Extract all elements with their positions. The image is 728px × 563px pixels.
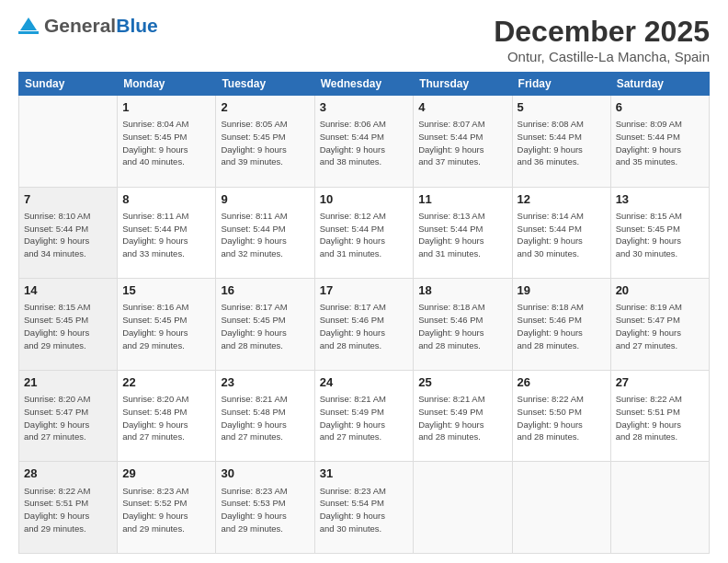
day-header-row: SundayMondayTuesdayWednesdayThursdayFrid… bbox=[19, 73, 710, 96]
day-cell: 11Sunrise: 8:13 AM Sunset: 5:44 PM Dayli… bbox=[414, 187, 512, 279]
day-info: Sunrise: 8:22 AM Sunset: 5:50 PM Dayligh… bbox=[518, 393, 606, 443]
day-info: Sunrise: 8:07 AM Sunset: 5:44 PM Dayligh… bbox=[418, 118, 506, 168]
day-number: 4 bbox=[418, 99, 506, 116]
day-number: 30 bbox=[221, 465, 309, 482]
day-cell: 22Sunrise: 8:20 AM Sunset: 5:48 PM Dayli… bbox=[118, 370, 216, 462]
day-cell bbox=[414, 462, 512, 554]
day-cell: 23Sunrise: 8:21 AM Sunset: 5:48 PM Dayli… bbox=[216, 370, 314, 462]
day-cell: 9Sunrise: 8:11 AM Sunset: 5:44 PM Daylig… bbox=[216, 187, 314, 279]
header: GeneralBlue December 2025 Ontur, Castill… bbox=[18, 15, 710, 64]
day-info: Sunrise: 8:23 AM Sunset: 5:53 PM Dayligh… bbox=[221, 485, 309, 535]
day-number: 7 bbox=[24, 191, 112, 208]
day-info: Sunrise: 8:05 AM Sunset: 5:45 PM Dayligh… bbox=[221, 118, 309, 168]
day-info: Sunrise: 8:04 AM Sunset: 5:45 PM Dayligh… bbox=[122, 118, 210, 168]
week-row-4: 28Sunrise: 8:22 AM Sunset: 5:51 PM Dayli… bbox=[19, 462, 710, 554]
calendar-header: SundayMondayTuesdayWednesdayThursdayFrid… bbox=[19, 73, 710, 96]
day-number: 26 bbox=[518, 374, 606, 391]
day-number: 2 bbox=[221, 99, 309, 116]
day-cell: 7Sunrise: 8:10 AM Sunset: 5:44 PM Daylig… bbox=[19, 187, 118, 279]
page: GeneralBlue December 2025 Ontur, Castill… bbox=[0, 0, 728, 563]
day-cell: 25Sunrise: 8:21 AM Sunset: 5:49 PM Dayli… bbox=[414, 370, 512, 462]
calendar-body: 1Sunrise: 8:04 AM Sunset: 5:45 PM Daylig… bbox=[19, 96, 710, 554]
day-info: Sunrise: 8:12 AM Sunset: 5:44 PM Dayligh… bbox=[320, 210, 409, 260]
day-number: 19 bbox=[518, 282, 606, 299]
day-cell: 26Sunrise: 8:22 AM Sunset: 5:50 PM Dayli… bbox=[512, 370, 610, 462]
day-number: 1 bbox=[122, 99, 210, 116]
day-header-monday: Monday bbox=[118, 73, 216, 96]
day-number: 20 bbox=[616, 282, 704, 299]
day-info: Sunrise: 8:18 AM Sunset: 5:46 PM Dayligh… bbox=[418, 301, 506, 351]
day-header-sunday: Sunday bbox=[19, 73, 118, 96]
day-info: Sunrise: 8:23 AM Sunset: 5:52 PM Dayligh… bbox=[122, 485, 210, 535]
day-number: 13 bbox=[616, 191, 704, 208]
day-info: Sunrise: 8:17 AM Sunset: 5:46 PM Dayligh… bbox=[320, 301, 409, 351]
day-info: Sunrise: 8:09 AM Sunset: 5:44 PM Dayligh… bbox=[616, 118, 704, 168]
day-cell: 3Sunrise: 8:06 AM Sunset: 5:44 PM Daylig… bbox=[314, 96, 414, 188]
title-area: December 2025 Ontur, Castille-La Mancha,… bbox=[494, 15, 710, 64]
day-number: 18 bbox=[418, 282, 506, 299]
day-info: Sunrise: 8:14 AM Sunset: 5:44 PM Dayligh… bbox=[518, 210, 606, 260]
day-info: Sunrise: 8:06 AM Sunset: 5:44 PM Dayligh… bbox=[320, 118, 409, 168]
day-info: Sunrise: 8:23 AM Sunset: 5:54 PM Dayligh… bbox=[320, 485, 409, 535]
day-cell: 28Sunrise: 8:22 AM Sunset: 5:51 PM Dayli… bbox=[19, 462, 118, 554]
day-info: Sunrise: 8:21 AM Sunset: 5:48 PM Dayligh… bbox=[221, 393, 309, 443]
day-number: 31 bbox=[320, 465, 409, 482]
day-info: Sunrise: 8:20 AM Sunset: 5:47 PM Dayligh… bbox=[24, 393, 112, 443]
day-header-tuesday: Tuesday bbox=[216, 73, 314, 96]
day-info: Sunrise: 8:22 AM Sunset: 5:51 PM Dayligh… bbox=[24, 485, 112, 535]
day-cell: 20Sunrise: 8:19 AM Sunset: 5:47 PM Dayli… bbox=[610, 279, 709, 371]
day-info: Sunrise: 8:21 AM Sunset: 5:49 PM Dayligh… bbox=[418, 393, 506, 443]
day-cell: 13Sunrise: 8:15 AM Sunset: 5:45 PM Dayli… bbox=[610, 187, 709, 279]
day-cell: 29Sunrise: 8:23 AM Sunset: 5:52 PM Dayli… bbox=[118, 462, 216, 554]
day-cell: 19Sunrise: 8:18 AM Sunset: 5:46 PM Dayli… bbox=[512, 279, 610, 371]
day-header-wednesday: Wednesday bbox=[314, 73, 414, 96]
day-cell: 15Sunrise: 8:16 AM Sunset: 5:45 PM Dayli… bbox=[118, 279, 216, 371]
day-info: Sunrise: 8:11 AM Sunset: 5:44 PM Dayligh… bbox=[122, 210, 210, 260]
day-number: 25 bbox=[418, 374, 506, 391]
day-cell: 5Sunrise: 8:08 AM Sunset: 5:44 PM Daylig… bbox=[512, 96, 610, 188]
day-info: Sunrise: 8:22 AM Sunset: 5:51 PM Dayligh… bbox=[616, 393, 704, 443]
day-number: 14 bbox=[24, 282, 112, 299]
day-cell bbox=[610, 462, 709, 554]
day-number: 23 bbox=[221, 374, 309, 391]
day-cell: 21Sunrise: 8:20 AM Sunset: 5:47 PM Dayli… bbox=[19, 370, 118, 462]
day-info: Sunrise: 8:15 AM Sunset: 5:45 PM Dayligh… bbox=[616, 210, 704, 260]
day-cell: 27Sunrise: 8:22 AM Sunset: 5:51 PM Dayli… bbox=[610, 370, 709, 462]
day-info: Sunrise: 8:21 AM Sunset: 5:49 PM Dayligh… bbox=[320, 393, 409, 443]
logo-words: GeneralBlue bbox=[44, 15, 158, 37]
day-number: 8 bbox=[122, 191, 210, 208]
day-number: 17 bbox=[320, 282, 409, 299]
week-row-1: 7Sunrise: 8:10 AM Sunset: 5:44 PM Daylig… bbox=[19, 187, 710, 279]
day-cell: 30Sunrise: 8:23 AM Sunset: 5:53 PM Dayli… bbox=[216, 462, 314, 554]
day-number: 10 bbox=[320, 191, 409, 208]
day-header-friday: Friday bbox=[512, 73, 610, 96]
day-cell: 1Sunrise: 8:04 AM Sunset: 5:45 PM Daylig… bbox=[118, 96, 216, 188]
day-info: Sunrise: 8:13 AM Sunset: 5:44 PM Dayligh… bbox=[418, 210, 506, 260]
day-number: 5 bbox=[518, 99, 606, 116]
logo-triangle bbox=[20, 17, 37, 30]
day-number: 24 bbox=[320, 374, 409, 391]
day-number: 21 bbox=[24, 374, 112, 391]
day-header-thursday: Thursday bbox=[414, 73, 512, 96]
day-info: Sunrise: 8:20 AM Sunset: 5:48 PM Dayligh… bbox=[122, 393, 210, 443]
logo-blue: Blue bbox=[116, 15, 158, 36]
subtitle: Ontur, Castille-La Mancha, Spain bbox=[494, 49, 710, 64]
day-number: 12 bbox=[518, 191, 606, 208]
logo-icon bbox=[18, 17, 39, 34]
day-number: 9 bbox=[221, 191, 309, 208]
day-header-saturday: Saturday bbox=[610, 73, 709, 96]
week-row-2: 14Sunrise: 8:15 AM Sunset: 5:45 PM Dayli… bbox=[19, 279, 710, 371]
day-info: Sunrise: 8:19 AM Sunset: 5:47 PM Dayligh… bbox=[616, 301, 704, 351]
day-cell: 31Sunrise: 8:23 AM Sunset: 5:54 PM Dayli… bbox=[314, 462, 414, 554]
day-info: Sunrise: 8:08 AM Sunset: 5:44 PM Dayligh… bbox=[518, 118, 606, 168]
day-number: 22 bbox=[122, 374, 210, 391]
day-cell: 12Sunrise: 8:14 AM Sunset: 5:44 PM Dayli… bbox=[512, 187, 610, 279]
calendar-table: SundayMondayTuesdayWednesdayThursdayFrid… bbox=[18, 72, 710, 554]
day-info: Sunrise: 8:15 AM Sunset: 5:45 PM Dayligh… bbox=[24, 301, 112, 351]
day-info: Sunrise: 8:10 AM Sunset: 5:44 PM Dayligh… bbox=[24, 210, 112, 260]
day-number: 15 bbox=[122, 282, 210, 299]
week-row-3: 21Sunrise: 8:20 AM Sunset: 5:47 PM Dayli… bbox=[19, 370, 710, 462]
day-number: 3 bbox=[320, 99, 409, 116]
day-cell: 6Sunrise: 8:09 AM Sunset: 5:44 PM Daylig… bbox=[610, 96, 709, 188]
day-info: Sunrise: 8:16 AM Sunset: 5:45 PM Dayligh… bbox=[122, 301, 210, 351]
